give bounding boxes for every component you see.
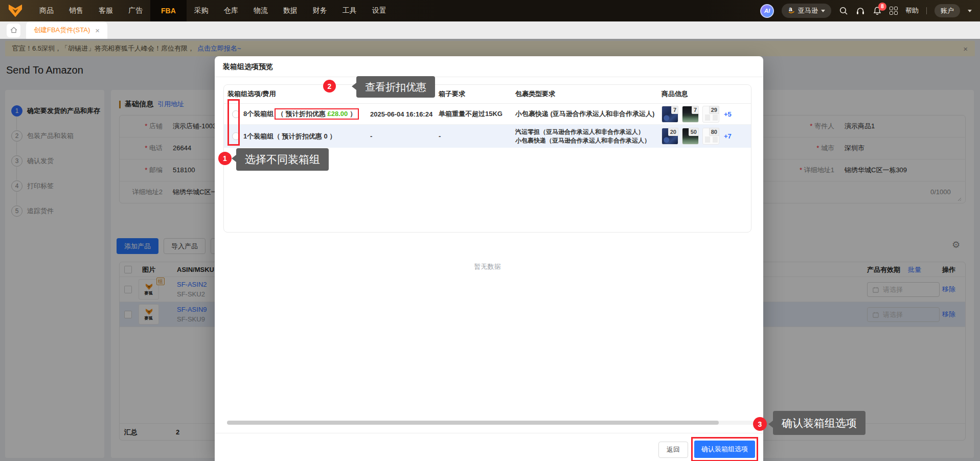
amazon-icon: a [788, 6, 795, 16]
ai-assistant-icon[interactable]: AI [760, 4, 774, 18]
nav-item-logistics[interactable]: 物流 [246, 0, 276, 21]
option-name: 1个装箱组（ 预计折扣优惠 0 ） [243, 132, 336, 141]
empty-data-text: 暂无数据 [223, 262, 751, 271]
tab-bar: 创建FBA货件(STA) × [0, 21, 980, 39]
col-package-type: 包裹类型要求 [515, 89, 660, 99]
account-menu[interactable]: 账户 [935, 4, 960, 17]
top-nav: 商品 销售 客服 广告 FBA 采购 仓库 物流 数据 财务 工具 设置 AI … [0, 0, 980, 21]
help-link[interactable]: 帮助 [905, 6, 919, 15]
package-type: 小包裹快递 (亚马逊合作承运人和非合作承运人) [515, 109, 660, 119]
nav-item-goods[interactable]: 商品 [32, 0, 61, 21]
main-menu: 商品 销售 客服 广告 FBA 采购 仓库 物流 数据 财务 工具 设置 [32, 0, 394, 21]
box-requirement: 单箱重量不超过15KG [439, 109, 515, 119]
nav-item-purchase[interactable]: 采购 [187, 0, 216, 21]
callout-3-marker: 3 [753, 417, 767, 431]
product-thumb: 50 [682, 128, 699, 145]
discount-highlight-box: （ 预计折扣优惠 £28.00 ） [275, 108, 359, 120]
notification-count-badge: 8 [878, 3, 886, 11]
chevron-down-icon [821, 10, 825, 12]
nav-item-warehouse[interactable]: 仓库 [216, 0, 246, 21]
radio-column-highlight-box [227, 99, 240, 146]
box-requirement: - [439, 132, 515, 140]
option-name: 8个装箱组 [243, 109, 274, 119]
home-tab-button[interactable] [7, 24, 20, 37]
back-button[interactable]: 返回 [658, 442, 688, 458]
nav-item-finance[interactable]: 财务 [305, 0, 335, 21]
notification-bell-icon[interactable]: 8 [873, 6, 882, 15]
search-icon[interactable] [839, 6, 848, 15]
apps-grid-icon[interactable] [890, 7, 898, 15]
product-thumbs: 7 7 29 +5 [660, 106, 751, 123]
packing-option-row[interactable]: 8个装箱组 （ 预计折扣优惠 £28.00 ） 2025-06-04 16:16… [224, 104, 751, 125]
product-thumb: 7 [682, 106, 699, 123]
more-products-link[interactable]: +5 [724, 110, 732, 118]
svg-text:a: a [789, 6, 792, 13]
saihu-fox-logo-icon[interactable] [7, 3, 24, 18]
packing-table-header: 装箱组选项/费用 过期时间 箱子要求 包裹类型要求 商品信息 [224, 85, 751, 104]
nav-item-data[interactable]: 数据 [276, 0, 305, 21]
product-thumb: 29 [702, 106, 719, 123]
more-products-link[interactable]: +7 [724, 132, 732, 140]
product-thumb: 7 [662, 106, 678, 123]
marketplace-switcher[interactable]: a 亚马逊 [782, 4, 831, 18]
horizontal-scrollbar [227, 421, 755, 425]
tab-label: 创建FBA货件(STA) [34, 26, 90, 35]
scrollbar-thumb[interactable] [227, 421, 719, 425]
packing-group-modal: 装箱组选项预览 装箱组选项/费用 过期时间 箱子要求 包裹类型要求 商品信息 8… [215, 56, 763, 461]
callout-2-label: 查看折扣优惠 [356, 76, 435, 98]
chevron-down-icon[interactable] [968, 10, 972, 12]
nav-item-ads[interactable]: 广告 [121, 0, 150, 21]
product-thumb: 80 [702, 128, 719, 145]
confirm-button-highlight-box: 确认装箱组选项 [691, 437, 758, 461]
divider [926, 7, 927, 14]
callout-1-arrow [232, 155, 236, 162]
confirm-packing-group-button[interactable]: 确认装箱组选项 [694, 441, 755, 458]
packing-option-row[interactable]: 1个装箱组（ 预计折扣优惠 0 ） - - 汽运零担（亚马逊合作承运人和非合作承… [224, 125, 751, 148]
discount-amount: £28.00 [327, 110, 348, 118]
expire-time: - [370, 132, 439, 140]
nav-item-sales[interactable]: 销售 [61, 0, 91, 21]
home-icon [10, 26, 18, 34]
callout-3-arrow [768, 421, 773, 428]
nav-item-fba[interactable]: FBA [150, 0, 187, 21]
callout-2-marker: 2 [323, 80, 336, 93]
expire-time: 2025-06-04 16:16:24 [370, 110, 439, 118]
col-option-fee: 装箱组选项/费用 [224, 89, 370, 99]
product-thumb: 20 [662, 128, 678, 145]
modal-title: 装箱组选项预览 [215, 56, 763, 77]
nav-item-settings[interactable]: 设置 [364, 0, 394, 21]
nav-item-tools[interactable]: 工具 [335, 0, 364, 21]
callout-1-label: 选择不同装箱组 [236, 148, 329, 171]
nav-right-cluster: AI a 亚马逊 [760, 0, 980, 21]
callout-2-arrow [352, 83, 356, 90]
package-type: 汽运零担（亚马逊合作承运人和非合作承运人） 小包裹快递（亚马逊合作承运人和非合作… [515, 128, 660, 145]
tab-create-fba-shipment[interactable]: 创建FBA货件(STA) × [26, 21, 107, 39]
callout-3-label: 确认装箱组选项 [773, 411, 865, 435]
col-product-info: 商品信息 [660, 89, 751, 99]
callout-1-marker: 1 [218, 152, 232, 165]
product-thumbs: 20 50 80 +7 [660, 128, 751, 145]
nav-item-service[interactable]: 客服 [91, 0, 121, 21]
app-window: 商品 销售 客服 广告 FBA 采购 仓库 物流 数据 财务 工具 设置 AI … [0, 0, 980, 461]
col-box-requirement: 箱子要求 [439, 89, 515, 99]
marketplace-label: 亚马逊 [798, 6, 818, 15]
modal-footer: 返回 确认装箱组选项 [215, 433, 763, 461]
headset-icon[interactable] [856, 6, 865, 15]
close-icon[interactable]: × [95, 26, 100, 35]
